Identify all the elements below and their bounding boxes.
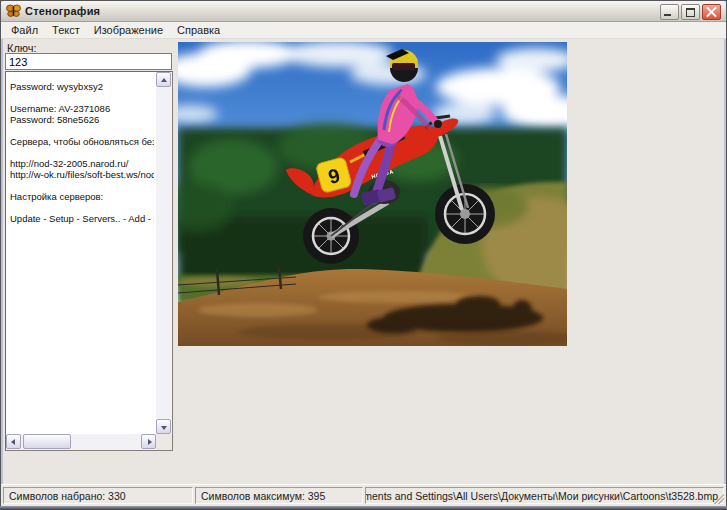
- window-title: Стенография: [25, 5, 100, 17]
- menu-item[interactable]: Текст: [45, 23, 87, 37]
- maximize-button[interactable]: [681, 4, 700, 20]
- scroll-down-button[interactable]: [156, 419, 171, 434]
- motocross-photo: 9 HONDA: [178, 42, 567, 346]
- close-icon: [703, 5, 720, 19]
- scroll-down-icon: [161, 426, 167, 430]
- status-working-file: Рабочий файл: C:\Documents and Settings\…: [365, 487, 724, 504]
- text-line: Update - Setup - Servers.. - Add - встав…: [10, 213, 154, 224]
- menu-item[interactable]: Справка: [170, 23, 227, 37]
- status-chars-max: Символов максимум: 395: [195, 487, 363, 504]
- status-chars-typed: Символов набрано: 330: [3, 487, 193, 504]
- motocross-photo-canvas: 9 HONDA: [178, 42, 567, 346]
- key-input[interactable]: [5, 53, 172, 70]
- horizontal-scrollbar[interactable]: [6, 434, 156, 450]
- scrollbar-corner: [156, 434, 172, 450]
- scroll-right-button[interactable]: [141, 434, 156, 449]
- text-line: Password: 58ne5626: [10, 114, 154, 125]
- text-line: Password: wysybxsy2: [10, 81, 154, 92]
- minimize-button[interactable]: [660, 4, 679, 20]
- menu-bar: ФайлТекстИзображениеСправка: [1, 22, 726, 39]
- menu-item[interactable]: Файл: [4, 23, 45, 37]
- text-line: [10, 92, 154, 103]
- text-line: Сервера, чтобы обновляться без ввода пар…: [10, 136, 154, 147]
- menu-item[interactable]: Изображение: [87, 23, 170, 37]
- message-textarea[interactable]: Password: wysybxsy2Username: AV-2371086P…: [5, 71, 173, 451]
- text-line: Настройка серверов:: [10, 191, 154, 202]
- resize-grip[interactable]: [714, 494, 724, 504]
- butterfly-app-icon: [6, 4, 21, 18]
- message-lines: Password: wysybxsy2Username: AV-2371086P…: [10, 81, 154, 432]
- text-line: [10, 180, 154, 191]
- maximize-icon: [686, 8, 695, 17]
- app-window: Стенография ФайлТекстИзображениеСправка …: [0, 0, 727, 510]
- minimize-icon: [664, 14, 671, 16]
- scroll-up-icon: [161, 78, 167, 82]
- close-button[interactable]: [702, 4, 721, 20]
- text-line: http://w-ok.ru/files/soft-best.ws/nod32u…: [10, 169, 154, 180]
- vertical-scrollbar[interactable]: [156, 72, 172, 434]
- horizontal-scroll-thumb[interactable]: [23, 434, 71, 449]
- scroll-right-icon: [148, 439, 152, 445]
- scroll-up-button[interactable]: [156, 72, 171, 87]
- text-line: [10, 147, 154, 158]
- text-line: http://nod-32-2005.narod.ru/: [10, 158, 154, 169]
- window-frame-bottom: [0, 506, 727, 510]
- text-line: Username: AV-2371086: [10, 103, 154, 114]
- text-line: [10, 125, 154, 136]
- title-bar[interactable]: Стенография: [1, 1, 726, 22]
- text-line: [10, 202, 154, 213]
- scroll-left-button[interactable]: [6, 434, 21, 449]
- status-bar: Символов набрано: 330 Символов максимум:…: [1, 484, 726, 506]
- scroll-left-icon: [11, 439, 15, 445]
